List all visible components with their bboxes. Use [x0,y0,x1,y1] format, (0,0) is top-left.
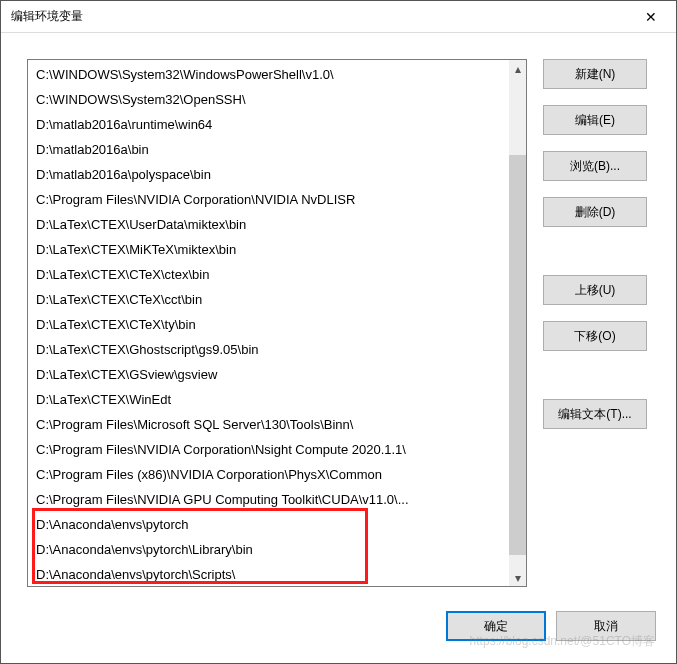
cancel-button[interactable]: 取消 [556,611,656,641]
list-item[interactable]: D:\matlab2016a\runtime\win64 [28,112,509,137]
new-button[interactable]: 新建(N) [543,59,647,89]
scrollbar[interactable]: ▴ ▾ [509,60,526,586]
scroll-thumb[interactable] [509,155,526,555]
list-item[interactable]: C:\WINDOWS\System32\WindowsPowerShell\v1… [28,62,509,87]
list-item[interactable]: D:\LaTex\CTEX\CTeX\cct\bin [28,287,509,312]
dialog-title: 编辑环境变量 [11,8,628,25]
titlebar: 编辑环境变量 ✕ [1,1,676,33]
scroll-down-icon[interactable]: ▾ [509,569,526,586]
edit-text-button[interactable]: 编辑文本(T)... [543,399,647,429]
close-icon[interactable]: ✕ [628,2,674,32]
list-item[interactable]: C:\Program Files (x86)\NVIDIA Corporatio… [28,462,509,487]
footer: 确定 取消 [1,605,676,663]
content-area: C:\WINDOWS\System32\WindowsPowerShell\v1… [1,33,676,605]
list-item[interactable]: D:\LaTex\CTEX\CTeX\ctex\bin [28,262,509,287]
list-item[interactable]: D:\LaTex\CTEX\UserData\miktex\bin [28,212,509,237]
path-list: C:\WINDOWS\System32\WindowsPowerShell\v1… [28,60,509,586]
list-item[interactable]: D:\matlab2016a\polyspace\bin [28,162,509,187]
list-item[interactable]: C:\Program Files\NVIDIA GPU Computing To… [28,487,509,512]
list-item[interactable]: D:\LaTex\CTEX\MiKTeX\miktex\bin [28,237,509,262]
edit-button[interactable]: 编辑(E) [543,105,647,135]
list-item[interactable]: D:\LaTex\CTEX\CTeX\ty\bin [28,312,509,337]
list-item[interactable]: D:\LaTex\CTEX\Ghostscript\gs9.05\bin [28,337,509,362]
list-item[interactable]: C:\Program Files\NVIDIA Corporation\NVID… [28,187,509,212]
browse-button[interactable]: 浏览(B)... [543,151,647,181]
list-item[interactable]: D:\LaTex\CTEX\GSview\gsview [28,362,509,387]
list-item[interactable]: D:\matlab2016a\bin [28,137,509,162]
list-item[interactable]: D:\Anaconda\envs\pytorch\Scripts\ [28,562,509,586]
ok-button[interactable]: 确定 [446,611,546,641]
path-listbox[interactable]: C:\WINDOWS\System32\WindowsPowerShell\v1… [27,59,527,587]
scroll-up-icon[interactable]: ▴ [509,60,526,77]
list-item[interactable]: D:\LaTex\CTEX\WinEdt [28,387,509,412]
move-up-button[interactable]: 上移(U) [543,275,647,305]
move-down-button[interactable]: 下移(O) [543,321,647,351]
list-item[interactable]: C:\Program Files\NVIDIA Corporation\Nsig… [28,437,509,462]
env-var-edit-dialog: 编辑环境变量 ✕ C:\WINDOWS\System32\WindowsPowe… [0,0,677,664]
list-item[interactable]: C:\WINDOWS\System32\OpenSSH\ [28,87,509,112]
delete-button[interactable]: 删除(D) [543,197,647,227]
list-item[interactable]: C:\Program Files\Microsoft SQL Server\13… [28,412,509,437]
button-column: 新建(N) 编辑(E) 浏览(B)... 删除(D) 上移(U) 下移(O) 编… [543,59,647,595]
list-item[interactable]: D:\Anaconda\envs\pytorch\Library\bin [28,537,509,562]
list-item[interactable]: D:\Anaconda\envs\pytorch [28,512,509,537]
